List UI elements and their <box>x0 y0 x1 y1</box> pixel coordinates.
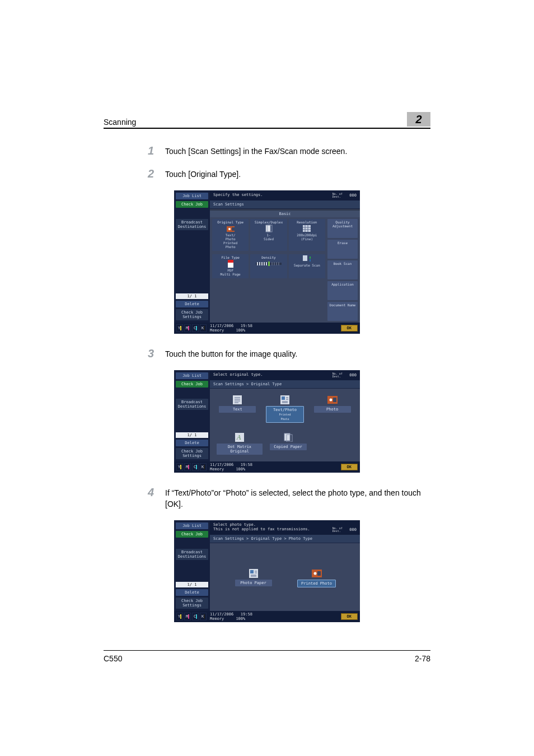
file-type-button[interactable]: File Type PDF Multi Page <box>212 254 249 278</box>
device-panel-scan-settings: Job List Check Job Broadcast Destination… <box>174 190 360 334</box>
job-list-button[interactable]: Job List <box>176 193 208 199</box>
option-copied-paper[interactable]: Copied Paper <box>268 433 308 455</box>
delete-button[interactable]: Delete <box>176 440 208 446</box>
text-icon <box>232 395 242 404</box>
dest-count-label: No. of Dest. <box>332 372 343 378</box>
option-label: Text/Photo Printed Photo <box>266 406 304 423</box>
step-number: 4 <box>148 486 154 498</box>
ok-button[interactable]: OK <box>341 613 358 620</box>
option-printed-photo[interactable]: Printed Photo <box>293 569 340 587</box>
document-name-button[interactable]: Document Name <box>327 302 358 321</box>
pdf-icon <box>227 260 235 267</box>
svg-rect-50 <box>317 571 321 576</box>
svg-text:A: A <box>236 433 241 441</box>
option-text-photo[interactable]: Text/Photo Printed Photo <box>264 395 306 423</box>
status-datetime: 11/17/2006 19:58 Memory 100% <box>210 612 252 621</box>
cell-sub: Separate Scan <box>294 263 320 267</box>
broadcast-destinations-button[interactable]: Broadcast Destinations <box>176 219 208 230</box>
instruction-bar: Specify the settings. No. of Dest. 000 <box>210 190 360 200</box>
destination-page-indicator: 1/ 1 <box>176 582 208 587</box>
destination-page-indicator: 1/ 1 <box>176 432 208 438</box>
svg-rect-37 <box>333 398 336 402</box>
ok-button[interactable]: OK <box>341 325 358 332</box>
basic-tab[interactable]: Basic <box>210 211 360 217</box>
step-text: Touch the button for the image quality. <box>165 347 430 360</box>
check-job-settings-button[interactable]: Check Job Settings <box>176 309 208 320</box>
toner-indicators: Y M C K <box>176 463 207 471</box>
dest-count-value: 000 <box>349 373 357 377</box>
breadcrumb: Scan Settings <box>210 200 360 209</box>
option-photo-paper[interactable]: Photo Paper <box>230 569 277 587</box>
erase-button[interactable]: Erase <box>327 240 358 259</box>
separate-scan-button[interactable]: Separate Scan <box>289 254 325 278</box>
device-panel-photo-type: Job List Check Job Broadcast Destination… <box>174 520 360 622</box>
ok-button[interactable]: OK <box>341 464 358 470</box>
delete-button[interactable]: Delete <box>176 301 208 307</box>
option-dot-matrix[interactable]: A Dot Matrix Original <box>217 433 263 455</box>
toner-indicators: Y M C K <box>176 324 207 332</box>
check-job-settings-button[interactable]: Check Job Settings <box>176 598 208 609</box>
svg-rect-11 <box>261 262 263 265</box>
dot-matrix-icon: A <box>235 433 245 442</box>
svg-point-1 <box>228 228 231 230</box>
cell-title: Density <box>261 255 275 259</box>
separate-scan-icon <box>303 255 311 262</box>
delete-button[interactable]: Delete <box>176 589 208 596</box>
step-number: 2 <box>148 167 154 180</box>
option-label: Copied Paper <box>270 444 307 450</box>
cell-title: Resolution <box>297 220 317 224</box>
option-label: Photo Paper <box>235 580 272 586</box>
cell-sub: 200x200dpi (Fine) <box>297 233 317 241</box>
quality-adjustment-button[interactable]: Quality Adjustment <box>327 219 358 238</box>
model-name: C550 <box>104 654 122 663</box>
density-slider-icon <box>256 260 282 267</box>
svg-rect-30 <box>282 396 285 400</box>
svg-rect-18 <box>278 262 279 265</box>
page-icon <box>265 225 273 232</box>
dest-count-label: No. of Dest. <box>332 527 343 533</box>
svg-rect-13 <box>266 262 267 265</box>
svg-rect-2 <box>232 227 235 231</box>
breadcrumb: Scan Settings > Original Type <box>210 380 360 389</box>
svg-rect-17 <box>276 262 277 265</box>
broadcast-destinations-button[interactable]: Broadcast Destinations <box>176 549 208 560</box>
cell-title: Original Type <box>217 220 243 224</box>
cell-sub: PDF Multi Page <box>221 268 241 276</box>
application-button[interactable]: Application <box>327 281 358 300</box>
check-job-button[interactable]: Check Job <box>176 201 208 208</box>
check-job-button[interactable]: Check Job <box>176 531 208 538</box>
text-photo-icon <box>280 395 290 404</box>
cell-sub: 1- Sided <box>264 233 274 241</box>
cell-title: Simplex/Duplex <box>255 220 283 224</box>
dest-count-value: 000 <box>349 528 357 532</box>
dest-count-label: No. of Dest. <box>332 193 343 198</box>
option-photo[interactable]: Photo <box>311 395 353 423</box>
check-job-settings-button[interactable]: Check Job Settings <box>176 448 208 459</box>
status-datetime: 11/17/2006 19:58 Memory 100% <box>210 463 252 472</box>
density-button[interactable]: Density <box>250 254 287 278</box>
step-text: Touch [Scan Settings] in the Fax/Scan mo… <box>165 144 430 157</box>
original-type-button[interactable]: Original Type Text/ Photo Printed Photo <box>212 219 249 251</box>
option-label: Dot Matrix Original <box>217 444 263 455</box>
svg-rect-20 <box>310 256 311 259</box>
svg-rect-15 <box>271 262 273 265</box>
instruction-text: Select original type. <box>213 372 263 377</box>
option-text[interactable]: Text <box>217 395 259 423</box>
copied-paper-icon <box>283 433 293 442</box>
step-text: If “Text/Photo”or “Photo” is selected, s… <box>165 486 430 510</box>
job-list-button[interactable]: Job List <box>176 372 208 379</box>
photo-icon <box>227 225 235 232</box>
simplex-duplex-button[interactable]: Simplex/Duplex 1- Sided <box>250 219 287 251</box>
svg-point-36 <box>329 399 332 402</box>
svg-rect-19 <box>303 255 307 261</box>
check-job-button[interactable]: Check Job <box>176 381 208 388</box>
job-list-button[interactable]: Job List <box>176 522 208 529</box>
broadcast-destinations-button[interactable]: Broadcast Destinations <box>176 399 208 410</box>
section-title: Scanning <box>104 118 136 127</box>
svg-rect-14 <box>268 262 270 266</box>
option-label: Printed Photo <box>297 580 336 587</box>
resolution-button[interactable]: Resolution 200x200dpi (Fine) <box>289 219 325 251</box>
book-scan-button[interactable]: Book Scan <box>327 260 358 279</box>
destination-page-indicator: 1/ 1 <box>176 293 208 299</box>
toner-indicators: Y M C K <box>176 613 207 620</box>
